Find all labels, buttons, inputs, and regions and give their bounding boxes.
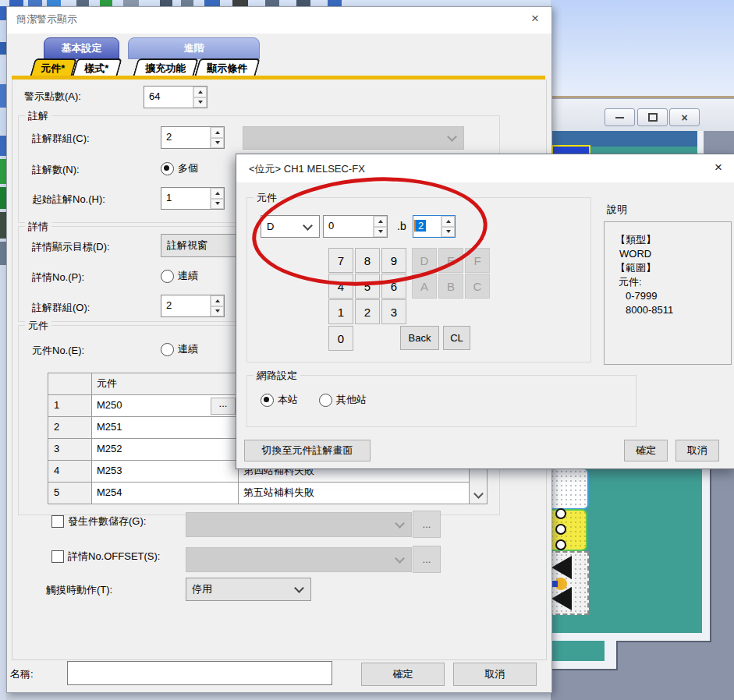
- table-device-cell[interactable]: M251: [92, 417, 238, 438]
- radio-selected-icon[interactable]: [161, 162, 174, 175]
- cancel-button[interactable]: 取消: [675, 440, 719, 461]
- canvas-widget-machine[interactable]: [548, 551, 589, 615]
- spin-buttons[interactable]: [193, 87, 207, 108]
- canvas-widget-lamp[interactable]: [548, 509, 587, 551]
- scroll-down-icon[interactable]: [473, 489, 484, 499]
- close-icon[interactable]: ×: [528, 12, 542, 26]
- offset-more-button[interactable]: ...: [413, 546, 441, 573]
- device-no-label: 元件No.(E):: [32, 344, 84, 358]
- clear-button[interactable]: CL: [443, 326, 470, 350]
- radio-icon[interactable]: [161, 343, 174, 356]
- radio-selected-icon[interactable]: [261, 394, 274, 407]
- keypad-0[interactable]: 0: [328, 326, 353, 351]
- tab-device[interactable]: 元件*: [30, 58, 77, 77]
- table-device-cell[interactable]: M250 ...: [92, 395, 238, 416]
- keypad-1[interactable]: 1: [328, 299, 353, 324]
- toolbar-icon-fragment: [204, 0, 220, 6]
- comment-count-option[interactable]: 多個: [161, 161, 198, 175]
- spin-down-icon[interactable]: [193, 97, 207, 108]
- table-corner-header: [48, 373, 91, 394]
- spin-down-icon[interactable]: [211, 306, 224, 317]
- toolbar-icon-fragment: [0, 111, 6, 133]
- network-other-label: 其他站: [336, 393, 367, 407]
- toolbar-icon-fragment: [28, 0, 42, 6]
- tab-extended-label: 擴充功能: [145, 62, 186, 76]
- back-button[interactable]: Back: [400, 326, 439, 350]
- selection-handle[interactable]: [555, 508, 566, 519]
- network-groupbox-title: 網路設定: [254, 369, 300, 383]
- toolbar-icon-fragment: [296, 0, 310, 6]
- toolbar-icon-fragment: [265, 0, 279, 6]
- offset-label: 詳情No.OFFSET(S):: [68, 550, 160, 564]
- mdi-background: [704, 131, 734, 154]
- description-line: WORD: [615, 247, 731, 261]
- device-no-option-label: 連續: [178, 342, 198, 356]
- spin-up-icon[interactable]: [211, 127, 224, 138]
- detail-target-label: 詳情顯示目標(D):: [32, 240, 110, 254]
- start-comment-value: 1: [161, 188, 210, 209]
- canvas-widget-panel[interactable]: [548, 468, 589, 510]
- alarm-points-value: 64: [144, 87, 193, 108]
- spin-buttons[interactable]: [210, 188, 224, 209]
- device-groupbox-title: 元件: [25, 319, 51, 333]
- comment-count-option-label: 多個: [178, 161, 198, 175]
- ok-button[interactable]: 確定: [361, 663, 445, 686]
- toolbar-icon-fragment: [0, 242, 6, 265]
- cancel-button[interactable]: 取消: [453, 663, 537, 686]
- spin-down-icon[interactable]: [211, 199, 224, 210]
- table-device-cell[interactable]: M253: [92, 461, 238, 482]
- close-window-button[interactable]: ×: [669, 108, 700, 126]
- keypad-C: C: [465, 274, 490, 299]
- keypad-3[interactable]: 3: [381, 299, 406, 324]
- tab-group-advanced: 進階: [128, 37, 260, 59]
- table-device-cell[interactable]: M252: [92, 439, 238, 460]
- alarm-points-label: 警示點數(A):: [24, 90, 81, 104]
- spin-up-icon[interactable]: [211, 295, 224, 306]
- network-other-option[interactable]: 其他站: [319, 393, 367, 407]
- comment-group-combo[interactable]: [243, 126, 464, 150]
- radio-icon[interactable]: [161, 270, 174, 283]
- spin-buttons[interactable]: [210, 127, 224, 148]
- selection-handle[interactable]: [555, 524, 566, 535]
- start-comment-spinner[interactable]: 1: [161, 187, 225, 210]
- occurrence-checkbox-row[interactable]: 發生件數儲存(G):: [51, 514, 146, 529]
- comment-group-spinner[interactable]: 2: [161, 126, 225, 149]
- tab-group-basic-label: 基本設定: [62, 41, 102, 55]
- detail-no-option[interactable]: 連續: [161, 269, 198, 283]
- tab-extended[interactable]: 擴充功能: [133, 58, 199, 77]
- network-local-option[interactable]: 本站: [261, 393, 298, 407]
- detail-comment-group-spinner[interactable]: 2: [161, 295, 225, 317]
- spin-up-icon[interactable]: [211, 188, 224, 199]
- selection-handle[interactable]: [555, 539, 566, 550]
- spin-buttons[interactable]: [210, 295, 224, 316]
- device-dialog-title: <位元> CH1 MELSEC-FX: [249, 162, 365, 176]
- restore-button[interactable]: [637, 108, 668, 126]
- alarm-points-spinner[interactable]: 64: [144, 86, 207, 108]
- checkbox-icon[interactable]: [51, 515, 64, 528]
- touch-action-combo[interactable]: 停用: [186, 578, 311, 601]
- ok-button[interactable]: 確定: [624, 440, 668, 461]
- comment-groupbox-title: 註解: [25, 109, 51, 123]
- spin-down-icon[interactable]: [211, 138, 224, 149]
- occurrence-combo[interactable]: [186, 512, 412, 537]
- table-device-cell[interactable]: M254: [92, 483, 238, 504]
- tab-condition[interactable]: 顯示條件: [194, 58, 261, 77]
- checkbox-icon[interactable]: [51, 550, 64, 563]
- minimize-button[interactable]: [605, 108, 635, 126]
- device-more-button[interactable]: ...: [211, 398, 236, 415]
- close-icon[interactable]: ×: [711, 161, 725, 175]
- device-no-option[interactable]: 連續: [161, 342, 198, 356]
- toolbar-icon-fragment: [76, 0, 89, 6]
- editor-canvas2: [551, 641, 605, 661]
- tab-style[interactable]: 樣式*: [72, 58, 122, 77]
- offset-checkbox-row[interactable]: 詳情No.OFFSET(S):: [51, 550, 160, 564]
- occurrence-label: 發生件數儲存(G):: [68, 514, 146, 529]
- offset-combo[interactable]: [186, 547, 412, 572]
- spin-up-icon[interactable]: [193, 87, 207, 97]
- table-comment-cell[interactable]: 第五站補料失敗: [239, 483, 469, 504]
- radio-icon[interactable]: [319, 394, 332, 407]
- occurrence-more-button[interactable]: ...: [413, 511, 441, 538]
- switch-comment-screen-button[interactable]: 切換至元件註解畫面: [244, 440, 371, 461]
- keypad-2[interactable]: 2: [355, 299, 380, 324]
- name-input[interactable]: [67, 661, 332, 685]
